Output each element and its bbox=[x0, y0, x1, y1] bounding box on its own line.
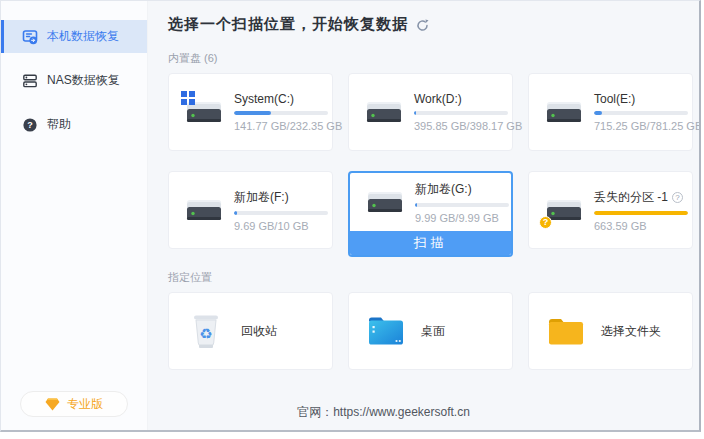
section-label-locations: 指定位置 bbox=[168, 270, 699, 285]
nas-recovery-icon bbox=[22, 73, 38, 89]
refresh-icon[interactable] bbox=[416, 19, 429, 32]
usage-bar bbox=[234, 111, 328, 115]
upgrade-label: 专业版 bbox=[67, 396, 103, 413]
drive-card[interactable]: 新加卷(G:) 9.99 GB/9.99 GB 扫描 bbox=[348, 171, 513, 257]
drive-capacity: 715.25 GB/781.25 GB bbox=[594, 120, 701, 132]
drive-name: 新加卷(F:) bbox=[234, 189, 289, 206]
hard-drive-icon bbox=[361, 94, 407, 130]
hard-drive-icon bbox=[181, 94, 227, 130]
usage-bar bbox=[594, 211, 688, 215]
sidebar-item-label: 本机数据恢复 bbox=[47, 28, 119, 45]
drive-capacity: 663.59 GB bbox=[594, 220, 688, 232]
drive-capacity: 395.85 GB/398.17 GB bbox=[414, 120, 522, 132]
drive-capacity: 141.77 GB/232.35 GB bbox=[234, 120, 342, 132]
sidebar-nav: 本机数据恢复 NAS数据恢复 ? 帮助 bbox=[1, 20, 147, 141]
hard-drive-icon bbox=[541, 94, 587, 130]
app-window: 本机数据恢复 NAS数据恢复 ? 帮助 bbox=[0, 0, 701, 432]
location-card[interactable]: 桌面 bbox=[348, 292, 513, 370]
sidebar-item[interactable]: 本机数据恢复 bbox=[1, 20, 147, 53]
usage-bar-fill bbox=[594, 211, 688, 215]
sidebar-item-label: 帮助 bbox=[47, 116, 71, 133]
partition-help-icon[interactable]: ? bbox=[672, 192, 683, 203]
gem-icon bbox=[45, 398, 60, 411]
drive-card[interactable]: Work(D:) 395.85 GB/398.17 GB bbox=[348, 73, 513, 151]
local-recovery-icon bbox=[22, 29, 38, 45]
sidebar-item-label: NAS数据恢复 bbox=[47, 72, 120, 89]
location-grid: ♻ 回收站 桌面 bbox=[168, 292, 699, 370]
drive-grid: System(C:) 141.77 GB/232.35 GB bbox=[168, 73, 699, 257]
usage-bar-fill bbox=[234, 211, 237, 215]
drive-name: 新加卷(G:) bbox=[415, 181, 472, 198]
svg-text:♻: ♻ bbox=[199, 325, 212, 342]
usage-bar bbox=[414, 111, 508, 115]
svg-text:?: ? bbox=[27, 120, 33, 130]
usage-bar-fill bbox=[415, 203, 417, 207]
sidebar-item[interactable]: ? 帮助 bbox=[1, 108, 147, 141]
sidebar: 本机数据恢复 NAS数据恢复 ? 帮助 bbox=[1, 1, 148, 430]
main-panel: 选择一个扫描位置，开始恢复数据 内置盘 (6) bbox=[148, 1, 699, 430]
scan-button[interactable]: 扫描 bbox=[350, 231, 511, 255]
drive-name: Work(D:) bbox=[414, 92, 462, 106]
upgrade-button[interactable]: 专业版 bbox=[20, 391, 128, 417]
sidebar-item[interactable]: NAS数据恢复 bbox=[1, 64, 147, 97]
hard-drive-icon bbox=[181, 192, 227, 228]
drive-name: System(C:) bbox=[234, 92, 294, 106]
usage-bar-fill bbox=[234, 111, 271, 115]
drive-card[interactable]: 新加卷(F:) 9.69 GB/10 GB bbox=[168, 171, 333, 249]
usage-bar bbox=[234, 211, 328, 215]
location-card[interactable]: ♻ 回收站 bbox=[168, 292, 333, 370]
hard-drive-icon bbox=[362, 184, 408, 220]
drive-card[interactable]: ? 丢失的分区 -1 ? 663.59 GB bbox=[528, 171, 693, 249]
location-label: 选择文件夹 bbox=[601, 323, 661, 340]
usage-bar bbox=[594, 111, 688, 115]
section-label-internal: 内置盘 (6) bbox=[168, 51, 699, 66]
choose-folder-icon bbox=[546, 311, 586, 351]
footer-website: 官网：https://www.geekersoft.cn bbox=[148, 404, 619, 421]
usage-bar bbox=[415, 203, 509, 207]
drive-name: 丢失的分区 -1 bbox=[594, 189, 668, 206]
warning-badge-icon: ? bbox=[539, 216, 552, 229]
location-label: 桌面 bbox=[421, 323, 445, 340]
usage-bar-fill bbox=[594, 111, 602, 115]
page-title: 选择一个扫描位置，开始恢复数据 bbox=[168, 15, 408, 34]
drive-card[interactable]: System(C:) 141.77 GB/232.35 GB bbox=[168, 73, 333, 151]
drive-capacity: 9.69 GB/10 GB bbox=[234, 220, 328, 232]
usage-bar-fill bbox=[414, 111, 416, 115]
drive-name: Tool(E:) bbox=[594, 92, 635, 106]
help-icon: ? bbox=[22, 117, 38, 133]
hard-drive-icon: ? bbox=[541, 192, 587, 228]
desktop-folder-icon bbox=[366, 311, 406, 351]
drive-capacity: 9.99 GB/9.99 GB bbox=[415, 212, 509, 224]
windows-badge-icon bbox=[181, 91, 195, 105]
drive-card[interactable]: Tool(E:) 715.25 GB/781.25 GB bbox=[528, 73, 693, 151]
location-card[interactable]: 选择文件夹 bbox=[528, 292, 693, 370]
location-label: 回收站 bbox=[241, 323, 277, 340]
recycle-bin-icon: ♻ bbox=[186, 311, 226, 351]
